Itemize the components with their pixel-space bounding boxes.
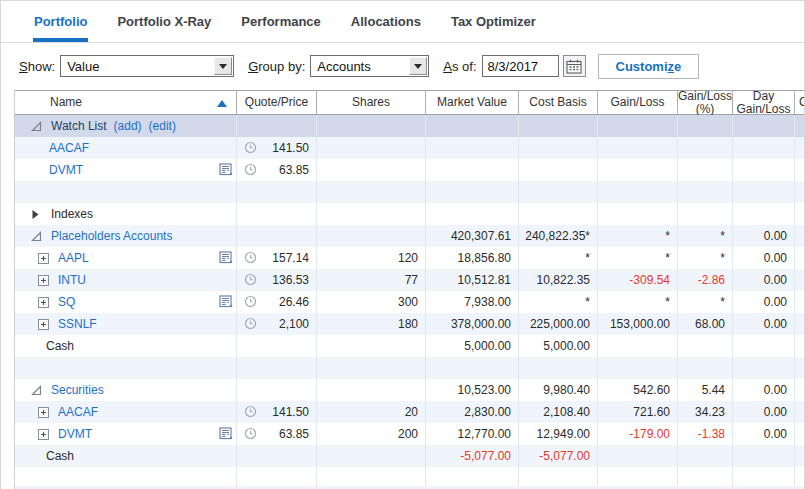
group-name: Watch List [51, 119, 107, 133]
ticker-link[interactable]: AACAF [58, 405, 98, 419]
gain-loss-cell: 721.60 [598, 401, 678, 423]
expand-triangle-icon[interactable] [31, 209, 42, 220]
shares-cell [317, 335, 426, 357]
chevron-down-icon[interactable] [214, 57, 232, 75]
cut-off-cell [795, 247, 804, 269]
calendar-icon[interactable] [563, 55, 586, 77]
cost-basis-cell: 9,980.40 [519, 379, 598, 401]
day-gain-loss-cell: 0.00 [733, 291, 795, 313]
name-cell: INTU [15, 269, 237, 291]
group-name[interactable]: Placeholders Accounts [51, 229, 172, 243]
clock-icon [244, 405, 257, 418]
show-select[interactable]: Value [60, 55, 234, 77]
market-value-cell: 5,000.00 [426, 335, 519, 357]
market-value-cell: 18,856.80 [426, 247, 519, 269]
group-by-select[interactable]: Accounts [310, 55, 429, 77]
sort-ascending-icon [217, 100, 227, 107]
expand-plus-icon[interactable] [38, 275, 49, 286]
quote-price-cell: 141.50 [237, 137, 317, 159]
market-value-cell: 378,000.00 [426, 313, 519, 335]
shares-cell [317, 225, 426, 247]
holdings-grid: Name Quote/Price Shares Market Value Cos… [14, 90, 804, 489]
expand-plus-icon[interactable] [38, 253, 49, 264]
customize-button[interactable]: Customize [598, 54, 700, 79]
market-value-cell: 12,770.00 [426, 423, 519, 445]
collapse-triangle-icon[interactable] [31, 231, 42, 242]
group-by-label: Group by: [248, 59, 305, 74]
column-header-gain-loss-pct[interactable]: Gain/Loss (%) [678, 91, 733, 114]
cost-basis-cell [519, 357, 598, 379]
ticker-link[interactable]: INTU [58, 273, 86, 287]
cut-off-cell [795, 291, 804, 313]
news-icon[interactable] [219, 251, 233, 264]
ticker-link[interactable]: AAPL [58, 251, 89, 265]
clock-icon [244, 141, 257, 154]
cost-basis-cell: 5,000.00 [519, 335, 598, 357]
clock-icon [244, 251, 257, 264]
add-link[interactable]: (add) [114, 119, 142, 133]
gain-loss-cell [598, 203, 678, 225]
gain-loss-pct-cell [678, 159, 733, 181]
ticker-link[interactable]: AACAF [49, 141, 89, 155]
cost-basis-cell: 240,822.35* [519, 225, 598, 247]
expand-plus-icon[interactable] [38, 429, 49, 440]
tab-allocations[interactable]: Allocations [336, 1, 436, 42]
name-cell: Placeholders Accounts [15, 225, 237, 247]
column-header-shares[interactable]: Shares [317, 91, 426, 114]
expand-plus-icon[interactable] [38, 319, 49, 330]
group-name[interactable]: Indexes [51, 207, 93, 221]
shares-cell: 200 [317, 423, 426, 445]
gain-loss-pct-cell [678, 357, 733, 379]
group-row: Indexes [15, 203, 804, 225]
name-cell: DVMT [15, 423, 237, 445]
shares-cell: 120 [317, 247, 426, 269]
name-cell: Cash [15, 335, 237, 357]
gain-loss-cell [598, 335, 678, 357]
group-name[interactable]: Securities [51, 383, 104, 397]
column-header-market-value[interactable]: Market Value [426, 91, 519, 114]
quote-price-cell: 63.85 [237, 159, 317, 181]
tab-performance[interactable]: Performance [226, 1, 335, 42]
cut-off-cell [795, 379, 804, 401]
column-header-cut-off[interactable]: G [795, 91, 804, 114]
cut-off-cell [795, 225, 804, 247]
ticker-link[interactable]: DVMT [49, 163, 83, 177]
gain-loss-cell: 542.60 [598, 379, 678, 401]
shares-cell [317, 357, 426, 379]
collapse-triangle-icon[interactable] [31, 121, 42, 132]
ticker-link[interactable]: DVMT [58, 427, 92, 441]
news-icon[interactable] [219, 427, 233, 440]
day-gain-loss-cell [733, 445, 795, 467]
name-cell [15, 357, 237, 379]
news-icon[interactable] [219, 163, 233, 176]
as-of-date-input[interactable] [482, 55, 559, 77]
column-header-gain-loss[interactable]: Gain/Loss [598, 91, 678, 114]
ticker-link[interactable]: SQ [58, 295, 75, 309]
edit-link[interactable]: (edit) [149, 119, 176, 133]
column-header-quote-price[interactable]: Quote/Price [237, 91, 317, 114]
tab-portfolio-x-ray[interactable]: Portfolio X-Ray [102, 1, 226, 42]
grid-body: Watch List(add)(edit)AACAF141.50DVMT63.8… [15, 115, 804, 489]
column-header-name[interactable]: Name [15, 91, 237, 114]
expand-plus-icon[interactable] [38, 407, 49, 418]
market-value-cell [426, 159, 519, 181]
table-row: SSNLF2,100180378,000.00225,000.00153,000… [15, 313, 804, 335]
market-value-cell [426, 181, 519, 203]
gain-loss-pct-cell: * [678, 247, 733, 269]
news-icon[interactable] [219, 295, 233, 308]
ticker-link[interactable]: SSNLF [58, 317, 97, 331]
cut-off-cell [795, 423, 804, 445]
group-by-select-value: Accounts [311, 59, 408, 74]
portfolio-manager-window: Portfolio Portfolio X-Ray Performance Al… [0, 0, 805, 489]
shares-cell: 20 [317, 401, 426, 423]
name-cell: DVMT [15, 159, 237, 181]
tab-portfolio[interactable]: Portfolio [19, 1, 102, 42]
tab-tax-optimizer[interactable]: Tax Optimizer [436, 1, 551, 42]
gain-loss-pct-cell: * [678, 291, 733, 313]
column-header-day-gain-loss[interactable]: Day Gain/Loss [733, 91, 795, 114]
expand-plus-icon[interactable] [38, 297, 49, 308]
column-header-cost-basis[interactable]: Cost Basis [519, 91, 598, 114]
day-gain-loss-cell [733, 137, 795, 159]
chevron-down-icon[interactable] [409, 57, 427, 75]
collapse-triangle-icon[interactable] [31, 385, 42, 396]
